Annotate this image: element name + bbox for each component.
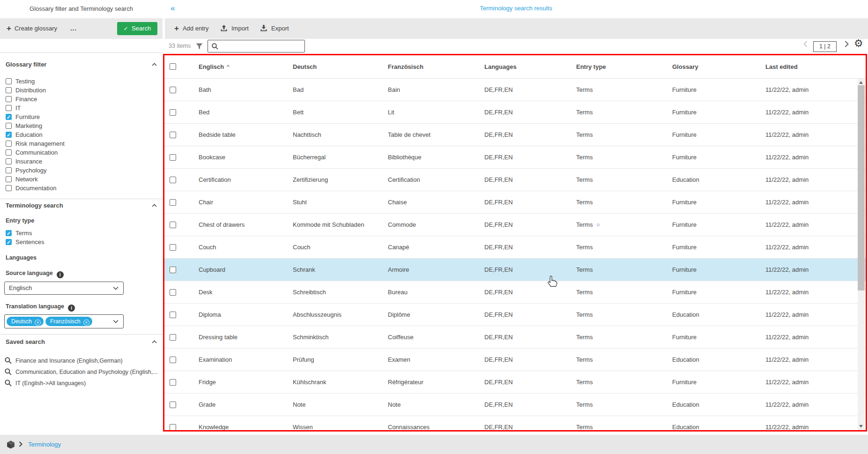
column-header-last-edited[interactable]: Last edited <box>765 55 798 79</box>
table-row[interactable]: GradeNoteNoteDE,FR,ENTermsEducation11/22… <box>164 394 866 416</box>
checkbox[interactable] <box>6 87 12 93</box>
scrollbar-thumb[interactable] <box>858 85 865 290</box>
table-search-input[interactable] <box>220 41 303 52</box>
row-checkbox[interactable] <box>170 334 176 341</box>
gear-icon[interactable]: ⚙ <box>854 37 863 50</box>
row-checkbox[interactable] <box>170 87 176 93</box>
chevron-up-icon[interactable] <box>152 340 157 344</box>
table-row[interactable]: BedBettLitDE,FR,ENTermsFurniture11/22/22… <box>164 101 866 124</box>
export-button[interactable]: Export <box>260 18 289 39</box>
row-checkbox[interactable] <box>170 199 176 206</box>
remove-chip-icon[interactable]: × <box>83 320 89 326</box>
table-row[interactable]: CupboardSchrankArmoireDE,FR,ENTermsFurni… <box>164 259 866 281</box>
glossary-filter-item[interactable]: Documentation <box>6 184 56 193</box>
checkbox[interactable] <box>6 132 12 138</box>
table-row[interactable]: ChairStuhlChaiseDE,FR,ENTermsFurniture11… <box>164 191 866 214</box>
saved-search-item[interactable]: Finance and Insurance (English,German) <box>5 355 123 366</box>
column-header-deutsch[interactable]: Deutsch <box>293 55 317 79</box>
checkbox[interactable] <box>6 239 12 245</box>
scroll-down-arrow-icon[interactable] <box>859 425 863 428</box>
select-all-checkbox[interactable] <box>170 63 176 70</box>
breadcrumb-terminology-link[interactable]: Terminology <box>28 435 61 454</box>
column-header-glossary[interactable]: Glossary <box>672 55 698 79</box>
info-icon[interactable]: i <box>68 305 75 312</box>
checkbox[interactable] <box>6 185 12 191</box>
glossary-filter-item[interactable]: Education <box>6 130 43 139</box>
row-checkbox[interactable] <box>170 244 176 251</box>
more-options-button[interactable]: ... <box>70 18 77 39</box>
module-cube-icon[interactable] <box>7 440 15 449</box>
glossary-filter-item[interactable]: IT <box>6 104 21 112</box>
checkbox[interactable] <box>6 78 12 84</box>
next-page-icon[interactable] <box>845 41 849 47</box>
row-checkbox[interactable] <box>170 312 176 318</box>
table-row[interactable]: BathBadBainDE,FR,ENTermsFurniture11/22/2… <box>164 79 866 101</box>
checkbox[interactable] <box>6 149 12 156</box>
entry-type-item[interactable]: Terms <box>6 229 32 238</box>
column-header-entry-type[interactable]: Entry type <box>576 55 606 79</box>
glossary-filter-item[interactable]: Psychology <box>6 166 46 175</box>
language-chip[interactable]: Französisch× <box>45 317 92 326</box>
page-indicator[interactable]: 1 | 2 <box>813 41 837 52</box>
table-row[interactable]: CertificationZertifizierungCertification… <box>164 169 866 191</box>
remove-chip-icon[interactable]: × <box>35 320 41 326</box>
column-header-languages[interactable]: Languages <box>484 55 517 79</box>
checkbox[interactable] <box>6 96 12 102</box>
scroll-up-arrow-icon[interactable] <box>859 81 863 84</box>
table-row[interactable]: CouchCouchCanapéDE,FR,ENTermsFurniture11… <box>164 236 866 259</box>
row-checkbox[interactable] <box>170 177 176 183</box>
glossary-filter-item[interactable]: Insurance <box>6 157 42 166</box>
glossary-filter-item[interactable]: Finance <box>6 95 37 104</box>
import-button[interactable]: Import <box>220 18 249 39</box>
table-row[interactable]: FridgeKühlschrankRéfrigérateurDE,FR,ENTe… <box>164 371 866 394</box>
glossary-filter-item[interactable]: Marketing <box>6 121 42 130</box>
glossary-filter-item[interactable]: Network <box>6 175 38 184</box>
table-row[interactable]: Bedside tableNachttischTable de chevetDE… <box>164 124 866 146</box>
glossary-filter-item[interactable]: Communication <box>6 148 58 157</box>
saved-search-item[interactable]: Communication, Education and Psychology … <box>5 366 158 378</box>
column-header-englisch[interactable]: Englisch^ <box>199 55 230 79</box>
create-glossary-button[interactable]: +Create glossary <box>7 18 57 39</box>
previous-page-icon[interactable] <box>803 41 808 47</box>
language-chip[interactable]: Deutsch× <box>7 317 44 326</box>
table-row[interactable]: ExaminationPrüfungExamenDE,FR,ENTermsEdu… <box>164 349 866 371</box>
info-icon[interactable]: i <box>57 271 64 278</box>
chevron-up-icon[interactable] <box>152 63 157 67</box>
row-checkbox[interactable] <box>170 154 176 161</box>
glossary-filter-item[interactable]: Distribution <box>6 86 46 95</box>
checkbox[interactable] <box>6 167 12 173</box>
table-row[interactable]: DeskSchreibtischBureauDE,FR,ENTermsFurni… <box>164 281 866 304</box>
column-header-franzoesisch[interactable]: Französisch <box>388 55 423 79</box>
chevron-up-icon[interactable] <box>152 204 157 208</box>
row-checkbox[interactable] <box>170 357 176 363</box>
row-checkbox[interactable] <box>170 424 176 431</box>
glossary-filter-item[interactable]: Furniture <box>6 112 40 121</box>
glossary-filter-item[interactable]: Risk management <box>6 139 65 148</box>
row-checkbox[interactable] <box>170 289 176 296</box>
checkbox[interactable] <box>6 105 12 111</box>
table-row[interactable]: Chest of drawersKommode mit SchubladenCo… <box>164 214 866 236</box>
checkbox[interactable] <box>6 114 12 120</box>
table-row[interactable]: BookcaseBücherregalBibliothèqueDE,FR,ENT… <box>164 146 866 169</box>
source-language-select[interactable]: Englisch <box>4 282 124 295</box>
row-checkbox[interactable] <box>170 402 176 408</box>
search-button[interactable]: ✓Search <box>117 22 157 35</box>
glossary-filter-item[interactable]: Testing <box>6 77 35 86</box>
table-row[interactable]: KnowledgeWissenConnaissancesDE,FR,ENTerm… <box>164 416 866 432</box>
checkbox[interactable] <box>6 141 12 147</box>
row-checkbox[interactable] <box>170 132 176 138</box>
page-title[interactable]: Terminology search results <box>164 5 868 12</box>
table-row[interactable]: Dressing tableSchminktischCoiffeuseDE,FR… <box>164 326 866 349</box>
row-checkbox[interactable] <box>170 222 176 228</box>
checkbox[interactable] <box>6 158 12 164</box>
row-checkbox[interactable] <box>170 109 176 116</box>
vertical-scrollbar[interactable] <box>858 79 865 430</box>
row-checkbox[interactable] <box>170 267 176 273</box>
checkbox[interactable] <box>6 230 12 236</box>
checkbox[interactable] <box>6 176 12 182</box>
row-checkbox[interactable] <box>170 379 176 386</box>
filter-funnel-icon[interactable] <box>196 43 203 50</box>
entry-type-item[interactable]: Sentences <box>6 238 44 246</box>
table-row[interactable]: DiplomaAbschlusszeugnisDiplômeDE,FR,ENTe… <box>164 304 866 326</box>
saved-search-item[interactable]: IT (English->All languages) <box>5 378 86 389</box>
